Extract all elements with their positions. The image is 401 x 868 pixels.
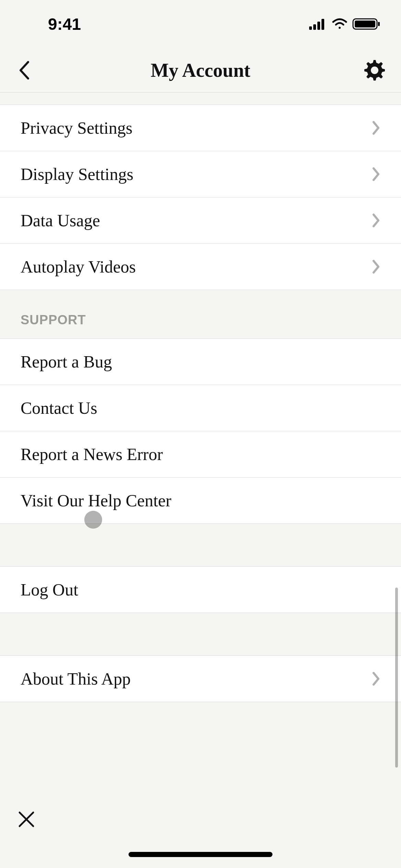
status-time: 9:41 (48, 15, 81, 34)
report-news-error-label: Report a News Error (21, 444, 163, 464)
chevron-right-icon (372, 121, 380, 135)
svg-rect-3 (321, 19, 324, 30)
back-button[interactable] (15, 62, 33, 79)
chevron-right-icon (372, 260, 380, 274)
display-settings-row[interactable]: Display Settings (0, 151, 401, 197)
battery-icon (352, 17, 380, 31)
close-icon (17, 810, 35, 828)
status-bar: 9:41 (0, 0, 401, 48)
status-indicators (309, 17, 380, 31)
settings-list: Privacy SettingsDisplay SettingsData Usa… (0, 105, 401, 290)
close-button[interactable] (15, 808, 37, 830)
svg-rect-6 (378, 22, 380, 26)
about-this-app-row[interactable]: About This App (0, 656, 401, 702)
page-title: My Account (151, 59, 251, 81)
visit-help-center-row[interactable]: Visit Our Help Center (0, 478, 401, 524)
display-settings-label: Display Settings (21, 164, 133, 184)
svg-rect-2 (317, 22, 320, 30)
report-a-bug-row[interactable]: Report a Bug (0, 339, 401, 385)
svg-rect-1 (313, 24, 316, 30)
contact-us-label: Contact Us (21, 398, 97, 418)
spacer (0, 524, 401, 567)
chevron-left-icon (18, 61, 30, 80)
svg-rect-5 (355, 21, 375, 27)
touch-indicator (84, 511, 102, 529)
autoplay-videos-label: Autoplay Videos (21, 257, 136, 277)
bottom-background (0, 702, 401, 868)
data-usage-label: Data Usage (21, 210, 100, 230)
autoplay-videos-row[interactable]: Autoplay Videos (0, 244, 401, 290)
gear-icon (364, 60, 385, 81)
scrollbar[interactable] (395, 588, 398, 768)
data-usage-row[interactable]: Data Usage (0, 197, 401, 244)
privacy-settings-label: Privacy Settings (21, 118, 132, 138)
chevron-right-icon (372, 672, 380, 686)
svg-rect-0 (309, 26, 312, 30)
home-indicator (129, 852, 272, 857)
chevron-right-icon (372, 167, 380, 181)
settings-button[interactable] (364, 59, 386, 81)
support-list: Report a BugContact UsReport a News Erro… (0, 339, 401, 524)
svg-point-7 (371, 67, 378, 74)
chevron-right-icon (372, 213, 380, 228)
log-out-row[interactable]: Log Out (0, 567, 401, 613)
visit-help-center-label: Visit Our Help Center (21, 491, 171, 510)
report-news-error-row[interactable]: Report a News Error (0, 431, 401, 478)
log-out-label: Log Out (21, 580, 78, 600)
cellular-icon (309, 18, 327, 30)
privacy-settings-row[interactable]: Privacy Settings (0, 105, 401, 151)
section-gap (0, 93, 401, 105)
support-section-header: SUPPORT (0, 290, 401, 339)
support-header-label: SUPPORT (21, 313, 86, 327)
nav-header: My Account (0, 48, 401, 93)
spacer (0, 613, 401, 656)
wifi-icon (331, 18, 348, 30)
report-a-bug-label: Report a Bug (21, 352, 112, 372)
contact-us-row[interactable]: Contact Us (0, 385, 401, 431)
about-label: About This App (21, 669, 131, 689)
